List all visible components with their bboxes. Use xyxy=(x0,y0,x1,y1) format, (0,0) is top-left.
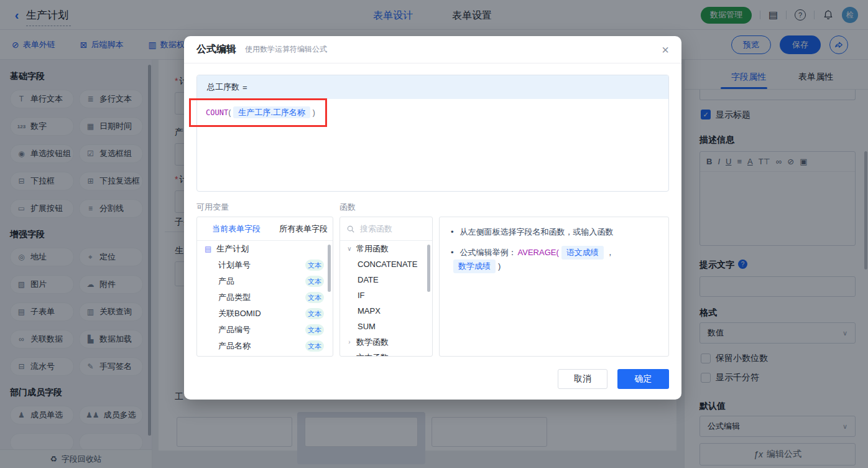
function-group-name: 数学函数 xyxy=(356,337,389,348)
function-group-row[interactable]: ›文本函数 xyxy=(340,350,432,357)
formula-help-panel: • 从左侧面板选择字段名和函数，或输入函数 • 公式编辑举例： AVERAGE(… xyxy=(439,217,669,357)
function-group-row[interactable]: ›数学函数 xyxy=(340,334,432,350)
function-item[interactable]: CONCATENATE xyxy=(340,256,432,272)
search-icon xyxy=(346,225,355,233)
bullet: • xyxy=(451,227,454,238)
functions-scrollbar[interactable] xyxy=(427,245,430,292)
field-token-chip[interactable]: 生产工序.工序名称 xyxy=(233,106,310,118)
close-icon[interactable]: × xyxy=(662,42,669,57)
example-field-chip: 数学成绩 xyxy=(453,260,496,273)
function-item[interactable]: DATE xyxy=(340,272,432,288)
function-search-input[interactable]: 搜索函数 xyxy=(340,217,432,241)
field-type-badge: 文本 xyxy=(305,276,324,287)
modal-header: 公式编辑 使用数学运算符编辑公式 × xyxy=(184,36,681,63)
modal-subtitle: 使用数学运算符编辑公式 xyxy=(245,44,327,55)
help-line-1: • 从左侧面板选择字段名和函数，或输入函数 xyxy=(451,227,657,238)
tab-current-form-fields[interactable]: 当前表单字段 xyxy=(212,223,261,235)
variable-field-name: 产品编号 xyxy=(218,325,251,334)
functions-panel: 搜索函数 ∨常用函数CONCATENATEDATEIFMAPXSUM›数学函数›… xyxy=(339,217,433,357)
variable-field-name: 产品名称 xyxy=(218,341,251,350)
variable-field-row[interactable]: 产品文本 xyxy=(197,273,333,289)
formula-expression: COUNT(生产工序.工序名称) xyxy=(197,99,668,126)
form-doc-icon: ▤ xyxy=(205,245,211,253)
form-tree-root[interactable]: ▤ 生产计划 xyxy=(197,241,333,257)
formula-target-field: 总工序数 xyxy=(207,82,239,93)
equals-sign: = xyxy=(242,83,247,92)
tab-all-form-fields[interactable]: 所有表单字段 xyxy=(279,223,328,235)
variable-field-name: 计划单号 xyxy=(218,260,251,269)
search-placeholder: 搜索函数 xyxy=(360,223,392,235)
variables-tabs: 当前表单字段 所有表单字段 xyxy=(197,217,333,241)
variables-scrollbar[interactable] xyxy=(328,245,331,292)
variable-field-name: 产品类型 xyxy=(218,292,251,302)
variables-panel: 当前表单字段 所有表单字段 ▤ 生产计划 计划单号文本产品文本产品类型文本关联B… xyxy=(196,217,333,357)
variable-field-row[interactable]: 产品编号文本 xyxy=(197,322,333,338)
formula-edit-modal: 公式编辑 使用数学运算符编辑公式 × 总工序数 = COUNT(生产工序.工序名… xyxy=(184,36,681,400)
app-root: ‹ 生产计划 表单设计 表单设置 数据管理 ▤ ? 检 ⊘ 表单外链 ⊠ xyxy=(0,0,868,468)
cancel-button[interactable]: 取消 xyxy=(558,369,607,389)
formula-editor[interactable]: 总工序数 = COUNT(生产工序.工序名称) xyxy=(196,75,669,192)
field-type-badge: 文本 xyxy=(305,324,324,335)
variables-section-label: 可用变量 xyxy=(196,202,229,213)
functions-section-label: 函数 xyxy=(339,202,356,213)
formula-target-strip: 总工序数 = xyxy=(197,75,668,99)
chevron-right-icon: › xyxy=(346,354,353,357)
field-type-badge: 文本 xyxy=(305,340,324,352)
variable-field-name: 产品 xyxy=(218,276,234,286)
confirm-button[interactable]: 确定 xyxy=(617,369,669,389)
variable-field-row[interactable]: 产品名称文本 xyxy=(197,338,333,354)
modal-title: 公式编辑 xyxy=(196,43,236,56)
function-item[interactable]: SUM xyxy=(340,319,432,334)
example-function-name: AVERAGE( xyxy=(518,247,559,258)
chevron-right-icon: › xyxy=(346,339,353,345)
bullet: • xyxy=(451,247,454,258)
field-type-badge: 文本 xyxy=(305,260,324,271)
variable-field-row[interactable]: 计划单号文本 xyxy=(197,257,333,273)
help-line-2: • 公式编辑举例： AVERAGE( 语文成绩 ， 数学成绩 ) xyxy=(451,246,657,273)
function-group-name: 常用函数 xyxy=(356,243,389,255)
field-type-badge: 文本 xyxy=(305,292,324,303)
field-type-badge: 文本 xyxy=(305,308,324,319)
function-group-name: 文本函数 xyxy=(356,352,389,357)
chevron-down-icon: ∨ xyxy=(346,245,353,252)
function-item[interactable]: MAPX xyxy=(340,303,432,319)
example-field-chip: 语文成绩 xyxy=(561,246,604,260)
variable-field-name: 关联BOMID xyxy=(218,309,261,318)
function-name: COUNT xyxy=(206,108,228,117)
variable-field-row[interactable]: 产品类型文本 xyxy=(197,289,333,306)
function-group-row[interactable]: ∨常用函数 xyxy=(340,241,432,256)
function-item[interactable]: IF xyxy=(340,288,432,303)
variable-field-row[interactable]: 关联BOMID文本 xyxy=(197,306,333,322)
